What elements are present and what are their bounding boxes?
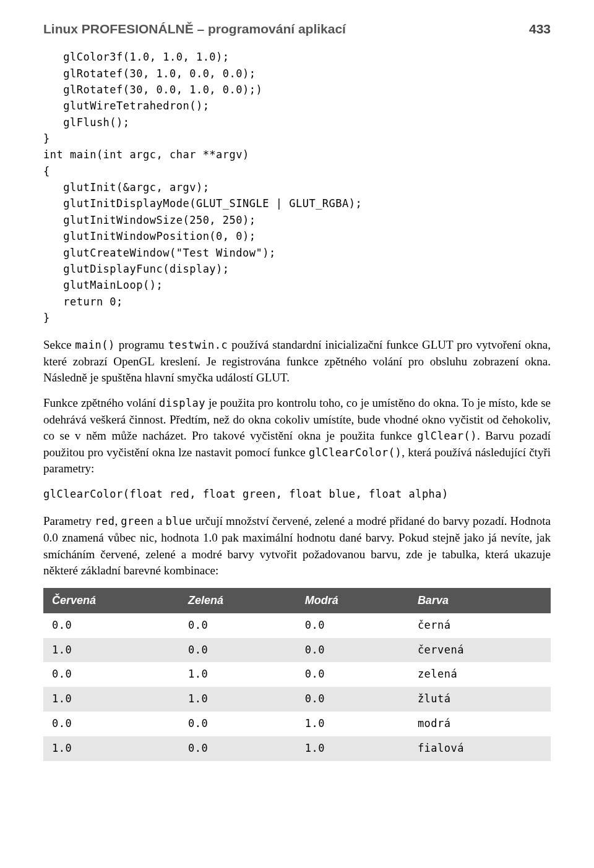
color-table: Červená Zelená Modrá Barva 0.0 0.0 0.0 č…: [43, 588, 551, 761]
inline-code-display: display: [159, 397, 205, 409]
inline-code-green: green: [121, 515, 154, 527]
running-head: Linux PROFESIONÁLNĚ – programování aplik…: [43, 20, 551, 38]
col-header: Modrá: [296, 588, 409, 613]
table-row: 1.0 1.0 0.0 žlutá: [43, 687, 551, 712]
text: Parametry: [43, 514, 95, 527]
cell: červená: [409, 638, 551, 663]
cell: 0.0: [296, 638, 409, 663]
cell: modrá: [409, 712, 551, 736]
inline-code-red: red: [95, 515, 114, 527]
cell: 1.0: [179, 687, 296, 712]
code-block-main: glColor3f(1.0, 1.0, 1.0); glRotatef(30, …: [43, 49, 551, 326]
cell: 1.0: [43, 638, 179, 663]
table-row: 0.0 1.0 0.0 zelená: [43, 662, 551, 687]
table-row: 1.0 0.0 0.0 červená: [43, 638, 551, 663]
running-head-title: Linux PROFESIONÁLNĚ – programování aplik…: [43, 20, 346, 38]
col-header: Zelená: [179, 588, 296, 613]
cell: 0.0: [179, 736, 296, 761]
table-row: 0.0 0.0 1.0 modrá: [43, 712, 551, 736]
col-header: Červená: [43, 588, 179, 613]
inline-code-blue: blue: [166, 515, 192, 527]
table-head-row: Červená Zelená Modrá Barva: [43, 588, 551, 613]
text: programu: [115, 338, 168, 351]
cell: 1.0: [296, 712, 409, 736]
inline-code-glclearcolor: glClearColor(): [309, 446, 402, 459]
text: ,: [114, 514, 121, 527]
inline-code-testwin: testwin.c: [168, 339, 228, 351]
paragraph-2: Funkce zpětného volání display je použit…: [43, 395, 551, 477]
cell: 0.0: [179, 638, 296, 663]
cell: 0.0: [179, 712, 296, 736]
paragraph-1: Sekce main() programu testwin.c používá …: [43, 337, 551, 386]
cell: 0.0: [296, 613, 409, 638]
text: Sekce: [43, 338, 75, 351]
inline-code-main: main(): [75, 339, 114, 351]
cell: zelená: [409, 662, 551, 687]
text: Funkce zpětného volání: [43, 396, 159, 409]
cell: 1.0: [179, 662, 296, 687]
cell: 0.0: [43, 662, 179, 687]
page-number: 433: [529, 20, 551, 38]
text: a: [154, 514, 166, 527]
cell: žlutá: [409, 687, 551, 712]
cell: 0.0: [296, 662, 409, 687]
cell: 0.0: [296, 687, 409, 712]
page-content: Linux PROFESIONÁLNĚ – programování aplik…: [0, 0, 594, 786]
cell: 0.0: [43, 712, 179, 736]
cell: 1.0: [43, 687, 179, 712]
cell: fialová: [409, 736, 551, 761]
cell: černá: [409, 613, 551, 638]
cell: 1.0: [296, 736, 409, 761]
table-row: 0.0 0.0 0.0 černá: [43, 613, 551, 638]
cell: 1.0: [43, 736, 179, 761]
paragraph-3: Parametry red, green a blue určují množs…: [43, 513, 551, 579]
table-row: 1.0 0.0 1.0 fialová: [43, 736, 551, 761]
inline-code-glclear: glClear(): [417, 430, 477, 442]
col-header: Barva: [409, 588, 551, 613]
cell: 0.0: [179, 613, 296, 638]
code-line-glclearcolor: glClearColor(float red, float green, flo…: [43, 486, 551, 502]
cell: 0.0: [43, 613, 179, 638]
